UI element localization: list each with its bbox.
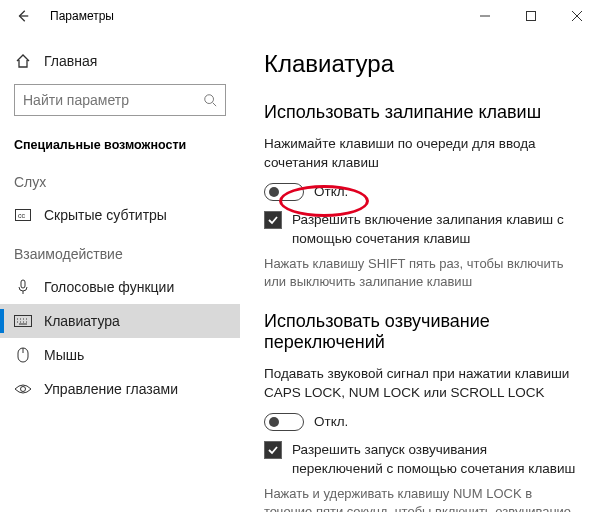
toggle-keys-toggle-row: Откл. [264, 413, 576, 431]
svg-point-7 [21, 387, 26, 392]
cc-icon: cc [14, 206, 32, 224]
sticky-keys-checkbox[interactable] [264, 211, 282, 229]
arrow-left-icon [16, 9, 30, 23]
sticky-keys-checkbox-row: Разрешить включение залипания клавиш с п… [264, 211, 576, 249]
toggle-keys-checkbox-row: Разрешить запуск озвучивания переключени… [264, 441, 576, 479]
sidebar-item-voice[interactable]: Голосовые функции [0, 270, 240, 304]
sidebar-item-subtitles[interactable]: cc Скрытые субтитры [0, 198, 240, 232]
sidebar: Главная Специальные возможности Слух cc … [0, 32, 240, 512]
page-title: Клавиатура [264, 50, 576, 78]
svg-rect-0 [527, 12, 536, 21]
sidebar-group-interaction: Взаимодействие [0, 232, 240, 270]
keyboard-icon [14, 312, 32, 330]
minimize-button[interactable] [462, 1, 508, 31]
toggle-keys-hint: Нажать и удерживать клавишу NUM LOCK в т… [264, 485, 576, 513]
sidebar-item-keyboard[interactable]: Клавиатура [0, 304, 240, 338]
sidebar-item-eye[interactable]: Управление глазами [0, 372, 240, 406]
home-icon [14, 52, 32, 70]
toggle-knob [269, 417, 279, 427]
close-icon [572, 11, 582, 21]
sidebar-item-label: Скрытые субтитры [44, 207, 167, 223]
toggle-keys-toggle[interactable] [264, 413, 304, 431]
close-button[interactable] [554, 1, 600, 31]
content: Клавиатура Использовать залипание клавиш… [240, 32, 600, 512]
sidebar-search [14, 84, 226, 116]
sidebar-group-audio: Слух [0, 160, 240, 198]
svg-rect-5 [15, 316, 32, 327]
search-icon [203, 93, 217, 107]
search-input[interactable] [23, 92, 203, 108]
toggle-knob [269, 187, 279, 197]
svg-text:cc: cc [18, 212, 26, 219]
toggle-keys-toggle-label: Откл. [314, 414, 348, 429]
sidebar-item-label: Голосовые функции [44, 279, 174, 295]
toggle-keys-checkbox[interactable] [264, 441, 282, 459]
window-title: Параметры [50, 9, 114, 23]
microphone-icon [14, 278, 32, 296]
minimize-icon [480, 11, 490, 21]
toggle-keys-checkbox-label: Разрешить запуск озвучивания переключени… [292, 441, 576, 479]
sidebar-item-label: Мышь [44, 347, 84, 363]
sticky-keys-toggle[interactable] [264, 183, 304, 201]
sidebar-item-mouse[interactable]: Мышь [0, 338, 240, 372]
back-button[interactable] [8, 1, 38, 31]
sticky-keys-desc: Нажимайте клавиши по очереди для ввода с… [264, 135, 576, 173]
sidebar-section-heading: Специальные возможности [0, 130, 240, 160]
titlebar: Параметры [0, 0, 600, 32]
sidebar-item-label: Клавиатура [44, 313, 120, 329]
mouse-icon [14, 346, 32, 364]
sidebar-item-label: Управление глазами [44, 381, 178, 397]
maximize-button[interactable] [508, 1, 554, 31]
sticky-keys-toggle-label: Откл. [314, 184, 348, 199]
search-box[interactable] [14, 84, 226, 116]
svg-rect-4 [21, 280, 25, 288]
eye-icon [14, 380, 32, 398]
toggle-keys-heading: Использовать озвучивание переключений [264, 311, 576, 353]
sidebar-home-label: Главная [44, 53, 97, 69]
check-icon [267, 444, 279, 456]
toggle-keys-desc: Подавать звуковой сигнал при нажатии кла… [264, 365, 576, 403]
window-controls [462, 1, 600, 31]
svg-point-1 [205, 95, 214, 104]
maximize-icon [526, 11, 536, 21]
sticky-keys-heading: Использовать залипание клавиш [264, 102, 576, 123]
sticky-keys-checkbox-label: Разрешить включение залипания клавиш с п… [292, 211, 576, 249]
check-icon [267, 214, 279, 226]
sidebar-home[interactable]: Главная [0, 44, 240, 78]
sticky-keys-toggle-row: Откл. [264, 183, 576, 201]
sticky-keys-hint: Нажать клавишу SHIFT пять раз, чтобы вкл… [264, 255, 576, 291]
